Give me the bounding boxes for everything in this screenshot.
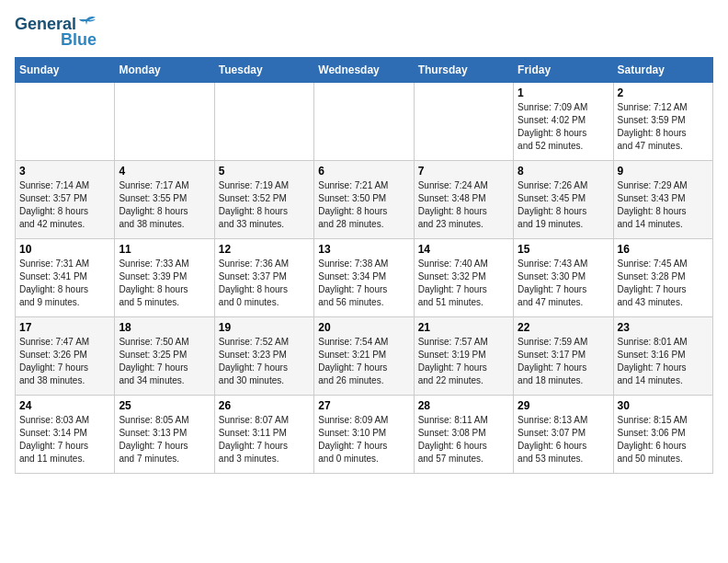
day-number: 10 [19,243,110,256]
day-number: 6 [318,165,409,178]
logo: General Blue [15,15,97,50]
day-info: Sunrise: 8:09 AM Sunset: 3:10 PM Dayligh… [318,414,409,465]
calendar-cell: 1Sunrise: 7:09 AM Sunset: 4:02 PM Daylig… [514,83,613,161]
day-info: Sunrise: 8:13 AM Sunset: 3:07 PM Dayligh… [518,414,609,465]
day-info: Sunrise: 7:57 AM Sunset: 3:19 PM Dayligh… [418,336,509,387]
day-number: 26 [219,399,310,412]
day-info: Sunrise: 7:47 AM Sunset: 3:26 PM Dayligh… [19,336,110,387]
day-info: Sunrise: 7:52 AM Sunset: 3:23 PM Dayligh… [219,336,310,387]
calendar-cell: 7Sunrise: 7:24 AM Sunset: 3:48 PM Daylig… [414,161,513,239]
day-number: 27 [318,399,409,412]
calendar-table: SundayMondayTuesdayWednesdayThursdayFrid… [15,57,713,474]
calendar-cell: 25Sunrise: 8:05 AM Sunset: 3:13 PM Dayli… [115,396,214,474]
calendar-cell [214,83,313,161]
day-number: 30 [618,399,709,412]
calendar-cell: 15Sunrise: 7:43 AM Sunset: 3:30 PM Dayli… [514,239,613,317]
day-number: 4 [119,165,210,178]
day-info: Sunrise: 8:15 AM Sunset: 3:06 PM Dayligh… [618,414,709,465]
day-info: Sunrise: 7:17 AM Sunset: 3:55 PM Dayligh… [119,179,210,231]
day-info: Sunrise: 7:24 AM Sunset: 3:48 PM Dayligh… [418,179,509,231]
calendar-cell [115,83,214,161]
day-info: Sunrise: 7:21 AM Sunset: 3:50 PM Dayligh… [318,179,409,231]
calendar-cell: 12Sunrise: 7:36 AM Sunset: 3:37 PM Dayli… [214,239,313,317]
day-info: Sunrise: 7:19 AM Sunset: 3:52 PM Dayligh… [219,179,310,231]
logo-blue: Blue [61,30,97,50]
day-number: 29 [518,399,609,412]
day-number: 25 [119,399,210,412]
calendar-cell: 20Sunrise: 7:54 AM Sunset: 3:21 PM Dayli… [314,317,414,396]
day-number: 18 [119,321,210,334]
calendar-cell: 29Sunrise: 8:13 AM Sunset: 3:07 PM Dayli… [514,396,613,474]
calendar-cell: 30Sunrise: 8:15 AM Sunset: 3:06 PM Dayli… [613,396,712,474]
calendar-cell: 17Sunrise: 7:47 AM Sunset: 3:26 PM Dayli… [16,317,115,396]
calendar-cell: 22Sunrise: 7:59 AM Sunset: 3:17 PM Dayli… [514,317,613,396]
calendar-cell: 4Sunrise: 7:17 AM Sunset: 3:55 PM Daylig… [115,161,214,239]
day-info: Sunrise: 7:38 AM Sunset: 3:34 PM Dayligh… [318,258,409,309]
day-number: 16 [618,243,709,256]
calendar-cell: 5Sunrise: 7:19 AM Sunset: 3:52 PM Daylig… [214,161,313,239]
day-number: 2 [618,86,709,99]
day-info: Sunrise: 7:43 AM Sunset: 3:30 PM Dayligh… [518,258,609,309]
day-info: Sunrise: 8:03 AM Sunset: 3:14 PM Dayligh… [19,414,110,465]
day-number: 23 [618,321,709,334]
day-info: Sunrise: 7:29 AM Sunset: 3:43 PM Dayligh… [618,179,709,231]
day-number: 24 [19,399,110,412]
calendar-cell: 10Sunrise: 7:31 AM Sunset: 3:41 PM Dayli… [16,239,115,317]
column-header-thursday: Thursday [414,58,513,83]
day-number: 8 [518,165,609,178]
calendar-cell: 24Sunrise: 8:03 AM Sunset: 3:14 PM Dayli… [16,396,115,474]
day-number: 17 [19,321,110,334]
day-number: 15 [518,243,609,256]
day-info: Sunrise: 7:54 AM Sunset: 3:21 PM Dayligh… [318,336,409,387]
day-number: 21 [418,321,509,334]
calendar-cell: 23Sunrise: 8:01 AM Sunset: 3:16 PM Dayli… [613,317,712,396]
day-info: Sunrise: 7:36 AM Sunset: 3:37 PM Dayligh… [219,258,310,309]
calendar-cell: 26Sunrise: 8:07 AM Sunset: 3:11 PM Dayli… [214,396,313,474]
day-info: Sunrise: 7:50 AM Sunset: 3:25 PM Dayligh… [119,336,210,387]
day-info: Sunrise: 7:31 AM Sunset: 3:41 PM Dayligh… [19,258,110,309]
day-number: 28 [418,399,509,412]
day-number: 19 [219,321,310,334]
day-info: Sunrise: 8:05 AM Sunset: 3:13 PM Dayligh… [119,414,210,465]
calendar-cell: 11Sunrise: 7:33 AM Sunset: 3:39 PM Dayli… [115,239,214,317]
day-number: 22 [518,321,609,334]
calendar-cell: 27Sunrise: 8:09 AM Sunset: 3:10 PM Dayli… [314,396,414,474]
day-info: Sunrise: 7:12 AM Sunset: 3:59 PM Dayligh… [618,101,709,153]
calendar-cell [414,83,513,161]
calendar-cell: 28Sunrise: 8:11 AM Sunset: 3:08 PM Dayli… [414,396,513,474]
day-info: Sunrise: 7:33 AM Sunset: 3:39 PM Dayligh… [119,258,210,309]
column-header-sunday: Sunday [16,58,115,83]
day-info: Sunrise: 8:01 AM Sunset: 3:16 PM Dayligh… [618,336,709,387]
day-info: Sunrise: 8:11 AM Sunset: 3:08 PM Dayligh… [418,414,509,465]
calendar-cell: 9Sunrise: 7:29 AM Sunset: 3:43 PM Daylig… [613,161,712,239]
column-header-friday: Friday [514,58,613,83]
day-number: 9 [618,165,709,178]
calendar-cell: 13Sunrise: 7:38 AM Sunset: 3:34 PM Dayli… [314,239,414,317]
column-header-wednesday: Wednesday [314,58,414,83]
calendar-cell: 19Sunrise: 7:52 AM Sunset: 3:23 PM Dayli… [214,317,313,396]
calendar-cell: 21Sunrise: 7:57 AM Sunset: 3:19 PM Dayli… [414,317,513,396]
day-info: Sunrise: 7:59 AM Sunset: 3:17 PM Dayligh… [518,336,609,387]
column-header-tuesday: Tuesday [214,58,313,83]
day-info: Sunrise: 8:07 AM Sunset: 3:11 PM Dayligh… [219,414,310,465]
day-info: Sunrise: 7:45 AM Sunset: 3:28 PM Dayligh… [618,258,709,309]
column-header-monday: Monday [115,58,214,83]
calendar-cell: 8Sunrise: 7:26 AM Sunset: 3:45 PM Daylig… [514,161,613,239]
day-number: 13 [318,243,409,256]
day-info: Sunrise: 7:26 AM Sunset: 3:45 PM Dayligh… [518,179,609,231]
day-info: Sunrise: 7:09 AM Sunset: 4:02 PM Dayligh… [518,101,609,153]
day-info: Sunrise: 7:40 AM Sunset: 3:32 PM Dayligh… [418,258,509,309]
day-number: 3 [19,165,110,178]
day-info: Sunrise: 7:14 AM Sunset: 3:57 PM Dayligh… [19,179,110,231]
calendar-cell: 16Sunrise: 7:45 AM Sunset: 3:28 PM Dayli… [613,239,712,317]
day-number: 20 [318,321,409,334]
calendar-cell: 3Sunrise: 7:14 AM Sunset: 3:57 PM Daylig… [16,161,115,239]
calendar-cell: 2Sunrise: 7:12 AM Sunset: 3:59 PM Daylig… [613,83,712,161]
calendar-cell: 18Sunrise: 7:50 AM Sunset: 3:25 PM Dayli… [115,317,214,396]
day-number: 11 [119,243,210,256]
calendar-cell [314,83,414,161]
calendar-cell: 14Sunrise: 7:40 AM Sunset: 3:32 PM Dayli… [414,239,513,317]
day-number: 14 [418,243,509,256]
calendar-cell [16,83,115,161]
column-header-saturday: Saturday [613,58,712,83]
